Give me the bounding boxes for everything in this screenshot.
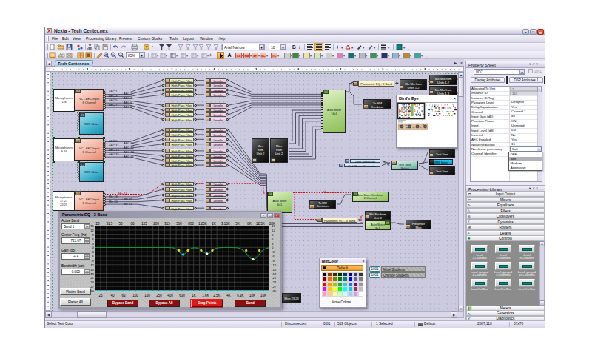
svg-text:2.5K: 2.5K — [213, 294, 220, 297]
svg-text:-30: -30 — [272, 289, 277, 293]
svg-text:6.3K: 6.3K — [237, 294, 243, 297]
svg-text:▾: ▾ — [186, 54, 188, 58]
svg-text:▾: ▾ — [197, 54, 198, 58]
svg-text:-6: -6 — [91, 255, 94, 258]
svg-text:-12: -12 — [90, 263, 95, 267]
svg-text:-21: -21 — [90, 276, 95, 280]
svg-text:12: 12 — [90, 229, 94, 232]
svg-text:25: 25 — [98, 294, 103, 297]
svg-text:0: 0 — [272, 246, 274, 249]
svg-text:250: 250 — [156, 294, 162, 297]
svg-text:4K: 4K — [226, 294, 231, 297]
svg-text:9: 9 — [272, 233, 274, 237]
svg-text:40: 40 — [110, 294, 115, 297]
svg-text:31.5: 31.5 — [107, 222, 113, 226]
svg-text:-18: -18 — [272, 272, 277, 276]
svg-text:1.6K: 1.6K — [202, 294, 209, 297]
svg-text:▾: ▾ — [341, 46, 343, 50]
svg-text:-21: -21 — [272, 276, 277, 280]
svg-text:630: 630 — [179, 294, 185, 297]
svg-text:500: 500 — [176, 222, 182, 226]
svg-text:▾: ▾ — [363, 46, 365, 50]
svg-text:▾: ▾ — [157, 54, 158, 58]
svg-text:-9: -9 — [272, 259, 275, 263]
svg-text:-30: -30 — [90, 289, 95, 293]
svg-text:50: 50 — [118, 222, 123, 226]
svg-text:+: + — [105, 53, 107, 56]
svg-text:125: 125 — [141, 222, 147, 226]
svg-text:16K: 16K — [260, 294, 266, 297]
svg-text:▾: ▾ — [352, 46, 354, 50]
svg-text:▾: ▾ — [388, 46, 390, 50]
svg-text:▾: ▾ — [176, 54, 178, 58]
svg-text:-27: -27 — [272, 285, 277, 289]
svg-text:80: 80 — [130, 222, 135, 226]
svg-text:-24: -24 — [90, 280, 95, 284]
svg-text:1K: 1K — [192, 294, 196, 297]
svg-text:B: B — [292, 44, 296, 50]
svg-text:-24: -24 — [272, 280, 277, 284]
svg-text:-27: -27 — [90, 285, 95, 289]
svg-text:63: 63 — [121, 294, 126, 297]
svg-text:3: 3 — [272, 242, 274, 246]
svg-text:▾: ▾ — [166, 54, 167, 58]
svg-text:160: 160 — [144, 294, 150, 297]
svg-text:200: 200 — [153, 222, 159, 226]
svg-text:5K: 5K — [235, 222, 240, 226]
svg-text:-18: -18 — [90, 272, 95, 276]
svg-text:15: 15 — [90, 224, 94, 228]
svg-text:0: 0 — [92, 246, 95, 249]
svg-text:9: 9 — [92, 233, 95, 237]
svg-text:▾: ▾ — [374, 46, 376, 50]
svg-text:?: ? — [145, 45, 147, 50]
svg-text:12: 12 — [272, 229, 275, 232]
svg-text:400: 400 — [167, 294, 173, 297]
svg-text:6: 6 — [272, 237, 274, 241]
svg-text:⌞: ⌞ — [408, 47, 410, 50]
svg-text:12.5K: 12.5K — [256, 222, 265, 226]
svg-text:800: 800 — [188, 222, 194, 226]
svg-text:I: I — [299, 44, 300, 50]
svg-text:315: 315 — [164, 222, 170, 226]
svg-text:10K: 10K — [249, 294, 255, 297]
svg-text:20: 20 — [95, 222, 100, 226]
svg-text:3.15K: 3.15K — [221, 222, 230, 226]
svg-text:-12: -12 — [272, 263, 277, 267]
svg-text:3: 3 — [92, 242, 95, 246]
svg-text:-3: -3 — [272, 250, 275, 254]
svg-text:6: 6 — [92, 237, 95, 241]
svg-text:8K: 8K — [247, 222, 252, 226]
svg-text:-9: -9 — [91, 259, 94, 263]
svg-text:15: 15 — [272, 224, 275, 228]
svg-text:1.25K: 1.25K — [198, 222, 207, 226]
svg-text:-15: -15 — [90, 268, 95, 272]
svg-text:-6: -6 — [272, 255, 275, 258]
svg-text:-3: -3 — [91, 250, 94, 254]
svg-text:-15: -15 — [272, 268, 277, 272]
svg-text:2K: 2K — [212, 222, 216, 226]
svg-text:▾: ▾ — [403, 46, 406, 50]
svg-text:100: 100 — [132, 294, 138, 297]
